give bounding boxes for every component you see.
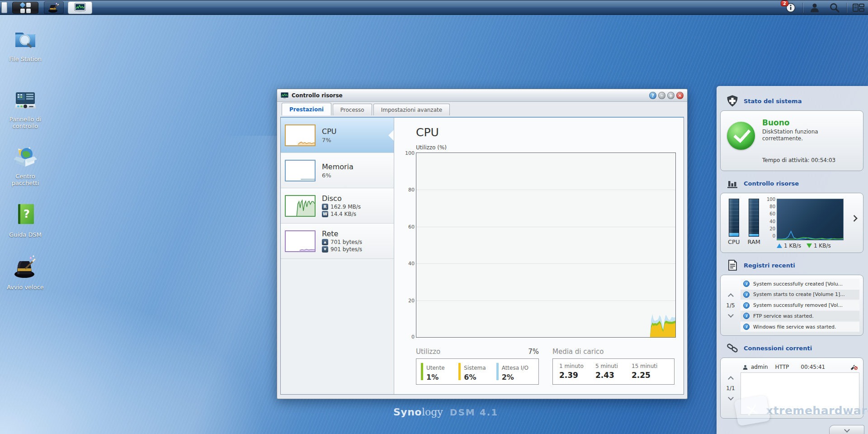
- connections-list-area: [741, 372, 859, 415]
- connection-user: admin: [751, 364, 768, 370]
- ram-gauge: RAM: [747, 199, 760, 245]
- log-row[interactable]: iFTP service was started.: [741, 311, 859, 321]
- resource-widget-panel[interactable]: CPU RAM 100 80 60 40 20 0: [720, 193, 863, 253]
- upload-badge: ▲: [322, 239, 328, 245]
- load-5min: 5 minuti 2.43: [595, 363, 632, 380]
- search-button[interactable]: [828, 2, 841, 14]
- desktop-icon-file-station[interactable]: File Station: [2, 26, 49, 63]
- pager-up-icon[interactable]: [728, 376, 734, 382]
- info-icon: i: [743, 281, 750, 287]
- system-uptime: Tempo di attività: 00:54:03: [762, 157, 835, 163]
- net-down-value: 901 bytes/s: [330, 246, 362, 253]
- minimize-button[interactable]: –: [658, 92, 665, 99]
- desktop-icon-control-panel[interactable]: Pannello di controllo: [2, 88, 49, 130]
- y-axis-label: Utilizzo (%): [416, 144, 447, 151]
- legend-label: Attesa I/O: [502, 365, 528, 371]
- desktop-icon-package-center[interactable]: Centro pacchetti: [2, 145, 49, 187]
- info-icon: i: [743, 313, 750, 319]
- disconnect-icon[interactable]: [850, 364, 858, 370]
- legend-color-attesa-io: [496, 363, 499, 380]
- magic-hat-icon: [48, 2, 60, 13]
- log-message: System starts to create [Volume 1]...: [753, 291, 845, 297]
- sidebar-collapse-tab[interactable]: [829, 425, 864, 434]
- load-average-group: Media di carico 1 minuto 2.39 5 minuti 2…: [552, 348, 675, 385]
- disk-write-value: 14.4 KB/s: [330, 211, 356, 217]
- log-row[interactable]: iWindows file service was started.: [741, 322, 859, 332]
- notifications-button[interactable]: 2: [784, 2, 797, 14]
- log-row[interactable]: iSystem starts to create [Volume 1]...: [741, 290, 859, 300]
- monitor-value: 7%: [322, 137, 337, 143]
- tab-impostazioni-avanzate[interactable]: Impostazioni avanzate: [373, 104, 450, 115]
- usage-legend-box: Utente 1% Sistema 6% Attesa I/O: [416, 358, 539, 385]
- widget-title: Connessioni correnti: [744, 345, 812, 352]
- monitor-label: Disco: [322, 194, 361, 203]
- shield-icon: [726, 95, 738, 107]
- help-button[interactable]: ?: [649, 92, 656, 99]
- monitor-item-rete[interactable]: Rete ▲701 bytes/s ▼901 bytes/s: [281, 224, 394, 259]
- window-titlebar[interactable]: Controllo risorse ? – + ✕: [277, 89, 687, 102]
- y-tick: 20: [396, 298, 415, 304]
- tab-processo[interactable]: Processo: [333, 104, 372, 115]
- user-menu-button[interactable]: [808, 2, 821, 14]
- tab-prestazioni[interactable]: Prestazioni: [282, 103, 331, 115]
- system-health-header: Stato del sistema: [726, 95, 863, 107]
- user-icon: [742, 364, 748, 370]
- load-average-box: 1 minuto 2.39 5 minuti 2.43 15 minuti 2.…: [552, 358, 675, 385]
- user-icon: [809, 2, 820, 13]
- desktop-icon-dsm-help[interactable]: ? Guida DSM: [2, 202, 49, 238]
- desktop-icon-label: Pannello di controllo: [5, 116, 46, 129]
- legend-value: 2%: [502, 373, 528, 382]
- taskbar-tray: 2: [784, 0, 865, 14]
- load-title: Media di carico: [552, 348, 604, 356]
- load-15min: 15 minuti 2.25: [632, 363, 668, 380]
- pager-up-icon[interactable]: [728, 293, 734, 299]
- tray-separator: [846, 3, 847, 13]
- widgets-icon: [853, 3, 864, 13]
- close-button[interactable]: ✕: [676, 92, 684, 99]
- load-value: 2.25: [632, 371, 668, 380]
- legend-label: Sistema: [464, 365, 486, 371]
- info-icon: i: [743, 302, 750, 309]
- monitor-list: CPU 7% Memoria 6%: [281, 118, 394, 394]
- brand-watermark: Syno: [393, 406, 422, 418]
- monitor-value: 6%: [322, 172, 354, 179]
- gauges: CPU RAM: [728, 199, 760, 245]
- monitor-item-cpu[interactable]: CPU 7%: [281, 118, 394, 153]
- main-menu-button[interactable]: [12, 2, 38, 14]
- pager-down-icon[interactable]: [728, 312, 734, 318]
- taskbar-resource-monitor-button[interactable]: [68, 1, 92, 14]
- log-message: System successfully removed [Vol...: [753, 302, 843, 308]
- monitor-label: Rete: [322, 229, 362, 238]
- log-message: Windows file service was started.: [753, 324, 836, 330]
- y-tick: 40: [396, 261, 415, 267]
- file-station-icon: [13, 26, 38, 52]
- legend-value: 6%: [464, 373, 486, 382]
- connections-pager: 1/1: [721, 362, 741, 415]
- window-icon: [281, 92, 288, 99]
- pilot-view-button[interactable]: [852, 2, 865, 14]
- widget-title: Registri recenti: [744, 262, 795, 269]
- monitor-item-disco[interactable]: Disco R162.9 MB/s W14.4 KB/s: [281, 188, 394, 224]
- taskbar-quick-launch-button[interactable]: [44, 1, 64, 14]
- widget-expand-chevron-icon[interactable]: [851, 215, 858, 222]
- gauge-label: RAM: [747, 238, 760, 245]
- usage-label: Utilizzo: [416, 348, 440, 356]
- log-row[interactable]: iSystem successfully removed [Vol...: [741, 300, 859, 310]
- recent-logs-panel: 1/5 iSystem successfully created [Volu..…: [720, 275, 863, 336]
- y-tick: 60: [396, 224, 415, 230]
- connection-row[interactable]: admin HTTP 00:45:41: [741, 362, 859, 372]
- download-arrow-icon: [807, 243, 812, 248]
- show-desktop-button[interactable]: [1, 2, 7, 13]
- widget-sidebar: Stato del sistema Buono DiskStation funz…: [717, 86, 868, 434]
- pager-down-icon[interactable]: [728, 395, 734, 401]
- bar-chart-icon: [726, 177, 738, 189]
- load-value: 2.43: [595, 371, 632, 380]
- performance-content: CPU 7% Memoria 6%: [280, 117, 684, 395]
- tab-strip: Prestazioni Processo Impostazioni avanza…: [277, 102, 687, 115]
- maximize-button[interactable]: +: [667, 92, 675, 99]
- monitor-item-memoria[interactable]: Memoria 6%: [281, 153, 394, 188]
- log-row[interactable]: iSystem successfully created [Volu...: [741, 279, 859, 289]
- desktop-icon-label: Centro pacchetti: [5, 173, 46, 186]
- cpu-detail-pane: CPU Utilizzo (%) 100 80 60 40 20 0: [394, 118, 684, 394]
- desktop-icon-quick-start[interactable]: Avvio veloce: [2, 254, 49, 291]
